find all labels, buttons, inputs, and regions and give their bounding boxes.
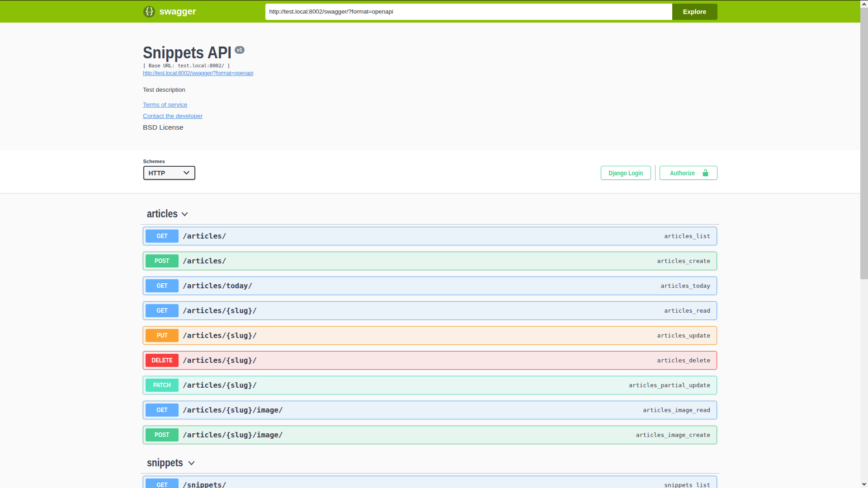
- api-description: Test description: [143, 86, 185, 94]
- method-badge: GET: [146, 479, 179, 488]
- chevron-down-icon: [181, 212, 188, 216]
- method-badge: POST: [146, 254, 179, 267]
- method-badge: GET: [146, 304, 179, 317]
- operation-row[interactable]: GET/snippets/snippets_list: [143, 476, 717, 488]
- method-badge-label: GET: [156, 479, 167, 488]
- spec-url-input[interactable]: [265, 4, 672, 20]
- scrollbar-down-arrow-icon: [862, 483, 866, 486]
- operation-id: articles_image_create: [636, 432, 714, 438]
- scheme-select[interactable]: HTTP: [143, 166, 195, 180]
- operation-row[interactable]: GET/articles/articles_list: [143, 227, 717, 245]
- operation-path: /articles/{slug}/image/: [183, 431, 283, 439]
- method-badge: PUT: [146, 329, 179, 342]
- method-badge-label: POST: [155, 428, 169, 441]
- base-url: [ Base URL: test.local:8002/ ]: [143, 63, 230, 69]
- api-title: Snippets APIv1: [143, 43, 245, 63]
- spec-link[interactable]: http://test.local:8002/swagger/?format=o…: [143, 70, 253, 77]
- method-badge-label: PUT: [157, 329, 168, 342]
- method-badge-label: GET: [156, 404, 167, 417]
- operation-path: /articles/{slug}/image/: [183, 406, 283, 414]
- operation-row[interactable]: DELETE/articles/{slug}/articles_delete: [143, 351, 717, 370]
- operation-path: /articles/{slug}/: [183, 356, 257, 365]
- method-badge: PATCH: [146, 379, 179, 392]
- method-badge-label: GET: [156, 230, 167, 243]
- operation-path: /articles/{slug}/: [183, 331, 257, 340]
- explore-button[interactable]: Explore: [672, 4, 717, 20]
- topbar-wrapper: swagger Explore: [143, 0, 717, 23]
- operation-id: articles_update: [657, 332, 714, 339]
- tag-section-articles: articlesGET/articles/articles_listPOST/a…: [143, 202, 717, 444]
- scheme-wrapper: Schemes HTTP Django Login Authorize: [143, 150, 717, 193]
- operation-path: /articles/: [183, 257, 226, 265]
- operation-row[interactable]: PUT/articles/{slug}/articles_update: [143, 326, 717, 345]
- scheme-container: Schemes HTTP Django Login Authorize: [0, 150, 860, 193]
- operation-path: /articles/{slug}/: [183, 381, 257, 389]
- scrollbar-thumb[interactable]: [860, 8, 868, 279]
- section-header-articles[interactable]: articles: [141, 202, 719, 225]
- unlock-icon: [702, 169, 709, 177]
- license-label: BSD License: [143, 123, 184, 132]
- operation-path: /articles/today/: [183, 282, 252, 290]
- operation-id: articles_partial_update: [629, 382, 714, 389]
- download-url-form: Explore: [265, 4, 717, 20]
- method-badge-label: GET: [156, 304, 167, 317]
- scrollbar-down-button[interactable]: [860, 480, 868, 488]
- authorize-button[interactable]: Authorize: [660, 166, 717, 180]
- method-badge: DELETE: [146, 354, 179, 367]
- method-badge-label: PATCH: [153, 379, 171, 392]
- operation-row[interactable]: GET/articles/{slug}/articles_read: [143, 301, 717, 320]
- api-title-text: Snippets API: [143, 43, 231, 63]
- terms-of-service-link[interactable]: Terms of service: [143, 101, 187, 109]
- operation-row[interactable]: GET/articles/today/articles_today: [143, 277, 717, 295]
- scrollbar-up-button[interactable]: [860, 0, 868, 8]
- swagger-logo-text: swagger: [160, 6, 196, 17]
- operation-path: /articles/: [183, 232, 226, 240]
- operation-row[interactable]: POST/articles/{slug}/image/articles_imag…: [143, 426, 717, 444]
- operation-row[interactable]: POST/articles/articles_create: [143, 252, 717, 270]
- scrollbar-up-arrow-icon: [862, 3, 866, 5]
- operation-id: snippets_list: [664, 482, 714, 488]
- method-badge: POST: [146, 428, 179, 441]
- window-top-edge: [0, 0, 868, 0]
- operation-path: /snippets/: [183, 481, 226, 488]
- method-badge: GET: [146, 404, 179, 417]
- operations-list: articlesGET/articles/articles_listPOST/a…: [143, 202, 717, 488]
- schemes-label: Schemes: [143, 159, 165, 164]
- tag-section-snippets: snippetsGET/snippets/snippets_list: [143, 450, 717, 488]
- operation-id: articles_read: [664, 307, 714, 314]
- operation-id: articles_list: [664, 233, 714, 239]
- django-login-button[interactable]: Django Login: [601, 166, 651, 180]
- topbar: swagger Explore: [0, 0, 860, 23]
- operation-id: articles_image_read: [643, 407, 714, 413]
- operation-row[interactable]: GET/articles/{slug}/image/articles_image…: [143, 401, 717, 419]
- method-badge: GET: [146, 279, 179, 292]
- auth-divider: [655, 165, 656, 181]
- operation-row[interactable]: PATCH/articles/{slug}/articles_partial_u…: [143, 376, 717, 394]
- auth-wrapper: Django Login Authorize: [601, 166, 717, 180]
- section-title: articles: [147, 207, 178, 220]
- method-badge-label: GET: [156, 279, 167, 292]
- swagger-logo-icon: [143, 6, 155, 18]
- method-badge: GET: [146, 230, 179, 243]
- operation-id: articles_create: [657, 258, 714, 264]
- api-version-badge: v1: [235, 46, 245, 54]
- section-title: snippets: [147, 456, 183, 469]
- contact-developer-link[interactable]: Contact the developer: [143, 112, 203, 120]
- chevron-down-icon: [188, 461, 195, 465]
- operation-id: articles_today: [660, 282, 714, 289]
- swagger-logo-link[interactable]: swagger: [143, 6, 196, 18]
- method-badge-label: POST: [155, 254, 169, 267]
- method-badge-label: DELETE: [151, 354, 172, 367]
- operation-id: articles_delete: [657, 357, 714, 364]
- section-header-snippets[interactable]: snippets: [141, 451, 719, 474]
- operation-path: /articles/{slug}/: [183, 306, 257, 315]
- page: swagger Explore Snippets APIv1 [ Base UR…: [0, 0, 860, 488]
- scrollbar[interactable]: [860, 0, 868, 488]
